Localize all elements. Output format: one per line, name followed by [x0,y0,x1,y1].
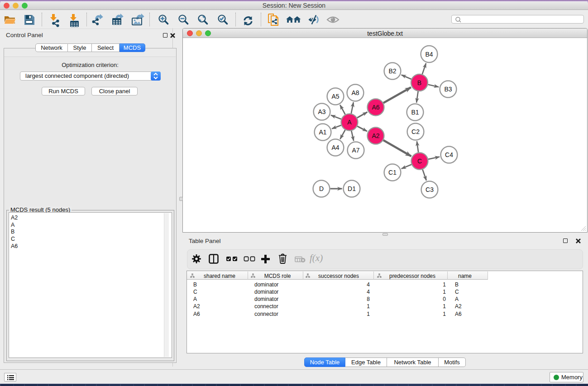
svg-text:A: A [347,119,352,126]
svg-text:C: C [417,157,422,165]
svg-text:C1: C1 [388,169,397,176]
svg-text:B2: B2 [388,67,396,75]
svg-text:B3: B3 [444,86,452,93]
svg-text:B: B [417,79,421,86]
svg-text:D1: D1 [348,185,356,192]
svg-text:A6: A6 [372,104,379,111]
svg-text:A4: A4 [331,144,339,151]
svg-text:A2: A2 [372,132,379,139]
svg-text:B4: B4 [425,51,433,58]
svg-text:A1: A1 [319,129,326,136]
svg-text:C2: C2 [411,128,420,135]
svg-text:B1: B1 [411,109,419,116]
svg-text:A7: A7 [352,147,359,154]
svg-text:A8: A8 [351,89,359,96]
svg-text:D: D [319,185,324,192]
svg-text:C4: C4 [445,151,453,158]
svg-text:A3: A3 [318,108,325,115]
svg-text:A5: A5 [331,93,339,100]
svg-text:C3: C3 [425,186,434,193]
